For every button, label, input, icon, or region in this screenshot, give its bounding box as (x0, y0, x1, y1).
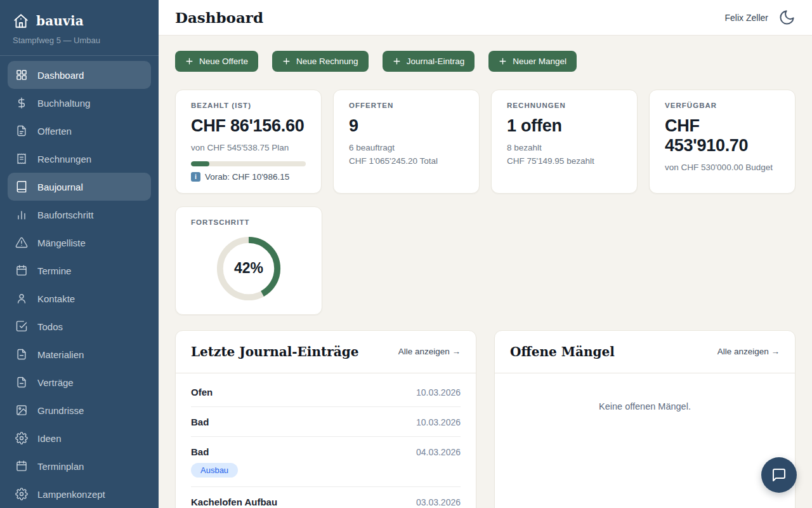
defects-panel: Offene Mängel Alle anzeigen → Keine offe… (494, 330, 796, 508)
quick-actions: Neue Offerte Neue Rechnung Journal-Eintr… (175, 51, 796, 72)
sidebar-item-buchhaltung[interactable]: Buchhaltung (8, 89, 151, 117)
page-title: Dashboard (175, 9, 263, 26)
sidebar-item-label: Terminplan (37, 461, 84, 472)
sidebar-item-rechnungen[interactable]: Rechnungen (8, 145, 151, 173)
sidebar-item-terminplan[interactable]: Terminplan (8, 452, 151, 480)
sidebar-item-baujournal[interactable]: Baujournal (8, 173, 151, 201)
sidebar-item-baufortschritt[interactable]: Baufortschritt (8, 201, 151, 229)
project-name: Stampfweg 5 — Umbau (0, 34, 159, 55)
new-journal-entry-button[interactable]: Journal-Eintrag (383, 51, 475, 72)
progress-card: FORTSCHRITT 42% (175, 206, 322, 315)
chat-fab-button[interactable] (761, 457, 797, 493)
plus-icon (185, 57, 193, 65)
stat-card-offerten: OFFERTEN 9 6 beauftragt CHF 1'065'245.20… (333, 90, 480, 194)
button-label: Neuer Mangel (513, 57, 566, 66)
journal-entry-date: 03.03.2026 (416, 497, 461, 507)
sidebar-item-dashboard[interactable]: Dashboard (8, 61, 151, 89)
plus-icon (282, 57, 291, 65)
journal-entry-title: Ofen (191, 387, 213, 398)
new-invoice-button[interactable]: Neue Rechnung (272, 51, 369, 72)
sidebar-item-grundrisse[interactable]: Grundrisse (8, 396, 151, 424)
new-defect-button[interactable]: Neuer Mangel (488, 51, 577, 72)
sidebar-item-label: Termine (37, 265, 71, 276)
sidebar-item-label: Ideen (37, 433, 62, 444)
button-label: Neue Rechnung (296, 57, 358, 66)
person-icon (15, 292, 28, 305)
journal-panel-header: Letzte Journal-Einträge Alle anzeigen → (176, 331, 476, 373)
sidebar-item-offerten[interactable]: Offerten (8, 117, 151, 145)
category-badge: Ausbau (191, 463, 238, 478)
sidebar-item-kontakte[interactable]: Kontakte (8, 284, 151, 312)
sidebar-item-label: Verträge (37, 377, 74, 388)
sidebar-item-ideen[interactable]: Ideen (8, 424, 151, 452)
button-label: Journal-Eintrag (407, 57, 465, 66)
sidebar-item-termine[interactable]: Termine (8, 257, 151, 284)
bar-chart-icon (15, 208, 28, 221)
button-label: Neue Offerte (199, 57, 248, 66)
sidebar-item-vertraege[interactable]: Verträge (8, 368, 151, 396)
journal-entry-row[interactable]: Bad 10.03.2026 (191, 407, 461, 437)
sidebar-item-label: Mängelliste (37, 237, 86, 248)
stat-label: VERFÜGBAR (665, 102, 780, 109)
stat-card-verfuegbar: VERFÜGBAR CHF 453'910.70 von CHF 530'000… (649, 90, 796, 194)
journal-entry-row[interactable]: Kachelofen Aufbau 03.03.2026 Ausbau (191, 487, 461, 508)
dollar-icon (15, 97, 28, 109)
defects-panel-header: Offene Mängel Alle anzeigen → (495, 331, 795, 373)
stat-sub: von CHF 530'000.00 Budget (665, 161, 780, 175)
progress-donut: 42% (191, 233, 306, 303)
defects-show-all-link[interactable]: Alle anzeigen → (717, 347, 780, 356)
sidebar-item-label: Dashboard (37, 70, 84, 81)
topbar-right: Felix Zeller (725, 9, 796, 26)
calendar-icon (15, 264, 28, 277)
sidebar-item-label: Baufortschritt (37, 210, 93, 220)
new-offer-button[interactable]: Neue Offerte (175, 51, 258, 72)
stat-value: 9 (349, 116, 464, 136)
stat-card-bezahlt: BEZAHLT (IST) CHF 86'156.60 von CHF 545'… (175, 90, 322, 194)
sidebar-item-materialien[interactable]: Materialien (8, 340, 151, 368)
journal-entry-date: 04.03.2026 (416, 447, 461, 457)
journal-show-all-link[interactable]: Alle anzeigen → (398, 347, 461, 356)
sidebar-item-todos[interactable]: Todos (8, 312, 151, 340)
grid-icon (15, 69, 28, 81)
stat-line: CHF 75'149.95 bezahlt (507, 155, 622, 168)
stat-label: RECHNUNGEN (507, 102, 622, 109)
document-icon (15, 348, 28, 361)
defects-panel-title: Offene Mängel (510, 344, 615, 359)
app-logo[interactable]: bauvia (0, 0, 159, 34)
journal-entry-row[interactable]: Ofen 10.03.2026 (191, 377, 461, 407)
chat-bubble-icon (771, 467, 787, 483)
stat-label: OFFERTEN (349, 102, 464, 109)
sidebar-item-lampenkonzept[interactable]: Lampenkonzept (8, 480, 151, 508)
paid-progress-fill (191, 161, 209, 166)
stats-row: BEZAHLT (IST) CHF 86'156.60 von CHF 545'… (175, 90, 796, 194)
journal-list: Ofen 10.03.2026 Bad 10.03.2026 (176, 373, 476, 508)
plus-icon (499, 57, 507, 65)
brand-name: bauvia (36, 13, 84, 29)
receipt-icon (15, 152, 28, 165)
stat-value: CHF 86'156.60 (191, 116, 306, 136)
plus-icon (393, 57, 401, 65)
defects-empty-state: Keine offenen Mängel. (495, 373, 795, 488)
journal-entry-date: 10.03.2026 (416, 417, 461, 427)
info-icon: i (191, 172, 200, 182)
vorab-info-text: Vorab: CHF 10'986.15 (205, 172, 289, 182)
stat-line: CHF 1'065'245.20 Total (349, 155, 464, 168)
document-icon (15, 124, 28, 137)
progress-card-label: FORTSCHRITT (191, 218, 306, 226)
journal-panel: Letzte Journal-Einträge Alle anzeigen → … (175, 330, 476, 508)
stat-card-rechnungen: RECHNUNGEN 1 offen 8 bezahlt CHF 75'149.… (491, 90, 638, 194)
vorab-info-line: i Vorab: CHF 10'986.15 (191, 172, 306, 182)
sidebar-item-label: Baujournal (37, 182, 83, 192)
stat-sub: 8 bezahlt CHF 75'149.95 bezahlt (507, 142, 622, 168)
sidebar-item-maengelliste[interactable]: Mängelliste (8, 229, 151, 257)
sidebar-item-label: Materialien (37, 349, 84, 360)
image-icon (15, 404, 28, 417)
journal-entry-row[interactable]: Bad 04.03.2026 Ausbau (191, 437, 461, 487)
sidebar-item-label: Lampenkonzept (37, 489, 105, 500)
journal-entry-title: Bad (191, 417, 209, 427)
sidebar-item-label: Todos (37, 321, 63, 332)
theme-toggle-button[interactable] (778, 9, 796, 26)
user-name[interactable]: Felix Zeller (725, 13, 768, 23)
calendar-icon (15, 460, 28, 472)
journal-entry-title: Bad (191, 446, 209, 457)
